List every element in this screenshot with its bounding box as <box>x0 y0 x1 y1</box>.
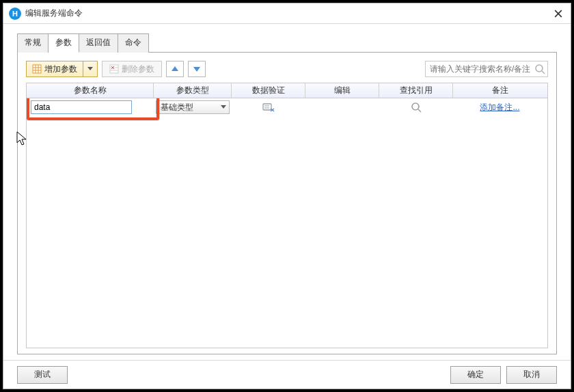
delete-param-button[interactable]: 删除参数 <box>102 61 162 77</box>
search-icon <box>411 102 422 113</box>
app-icon: H <box>9 8 21 20</box>
table-add-icon <box>32 64 42 74</box>
search-icon <box>534 64 545 74</box>
col-header-find[interactable]: 查找引用 <box>379 83 453 98</box>
move-up-button[interactable] <box>166 61 184 77</box>
grid-header: 参数名称 参数类型 数据验证 编辑 查找引用 备注 <box>27 83 547 98</box>
dialog-window: H 编辑服务端命令 常规 参数 返回值 命令 <box>3 3 571 389</box>
param-type-select[interactable]: 基础类型 <box>156 100 230 114</box>
table-row[interactable]: 基础类型 <box>27 98 547 116</box>
col-header-name[interactable]: 参数名称 <box>27 83 154 98</box>
close-icon <box>554 10 562 18</box>
move-down-button[interactable] <box>188 61 206 77</box>
ok-label: 确定 <box>467 369 484 380</box>
cell-find[interactable] <box>379 98 453 116</box>
titlebar: H 编辑服务端命令 <box>3 3 571 24</box>
test-button[interactable]: 测试 <box>17 366 68 384</box>
param-type-label: 基础类型 <box>161 102 193 113</box>
cell-valid[interactable] <box>232 98 305 116</box>
delete-param-label: 删除参数 <box>122 64 154 75</box>
add-param-split-button[interactable]: 增加参数 <box>26 61 98 77</box>
svg-point-12 <box>536 65 543 72</box>
toolbar: 增加参数 删除参数 <box>26 61 548 77</box>
col-header-type[interactable]: 参数类型 <box>154 83 232 98</box>
col-header-note[interactable]: 备注 <box>453 83 547 98</box>
close-button[interactable] <box>551 7 565 20</box>
chevron-down-icon <box>87 67 93 71</box>
cell-edit[interactable] <box>305 98 379 116</box>
grid-body: 基础类型 <box>27 98 547 348</box>
validation-icon <box>262 102 275 112</box>
svg-rect-2 <box>33 65 41 73</box>
search-input[interactable] <box>425 61 548 77</box>
cell-type[interactable]: 基础类型 <box>154 98 232 116</box>
chevron-down-icon <box>221 105 226 109</box>
cancel-button[interactable]: 取消 <box>506 366 557 384</box>
table-delete-icon <box>109 64 119 74</box>
tabs: 常规 参数 返回值 命令 <box>17 33 557 53</box>
tab-return[interactable]: 返回值 <box>79 33 118 53</box>
add-param-label: 增加参数 <box>44 64 77 75</box>
add-param-dropdown[interactable] <box>83 61 98 77</box>
add-note-link[interactable]: 添加备注... <box>480 102 519 113</box>
cell-note[interactable]: 添加备注... <box>453 98 547 116</box>
tab-panel-params: 增加参数 删除参数 <box>17 53 557 354</box>
svg-rect-14 <box>263 104 271 110</box>
tab-command[interactable]: 命令 <box>118 33 149 53</box>
ok-button[interactable]: 确定 <box>450 366 501 384</box>
add-param-button[interactable]: 增加参数 <box>26 61 83 77</box>
col-header-edit[interactable]: 编辑 <box>305 83 379 98</box>
param-grid: 参数名称 参数类型 数据验证 编辑 查找引用 备注 <box>26 83 548 348</box>
cancel-label: 取消 <box>523 369 540 380</box>
col-header-valid[interactable]: 数据验证 <box>232 83 305 98</box>
search-wrap <box>425 61 548 77</box>
svg-line-13 <box>542 71 545 74</box>
cell-name[interactable] <box>27 98 154 116</box>
tab-general[interactable]: 常规 <box>17 33 49 53</box>
svg-point-19 <box>412 103 419 110</box>
content-area: 常规 参数 返回值 命令 增加参数 <box>3 24 571 360</box>
dialog-footer: 测试 确定 取消 <box>3 360 571 389</box>
test-label: 测试 <box>34 369 51 380</box>
svg-line-20 <box>418 109 421 112</box>
arrow-up-icon <box>172 66 178 72</box>
arrow-down-icon <box>193 66 200 72</box>
tab-params[interactable]: 参数 <box>49 33 79 53</box>
window-title: 编辑服务端命令 <box>25 8 551 19</box>
param-name-input[interactable] <box>31 100 132 114</box>
